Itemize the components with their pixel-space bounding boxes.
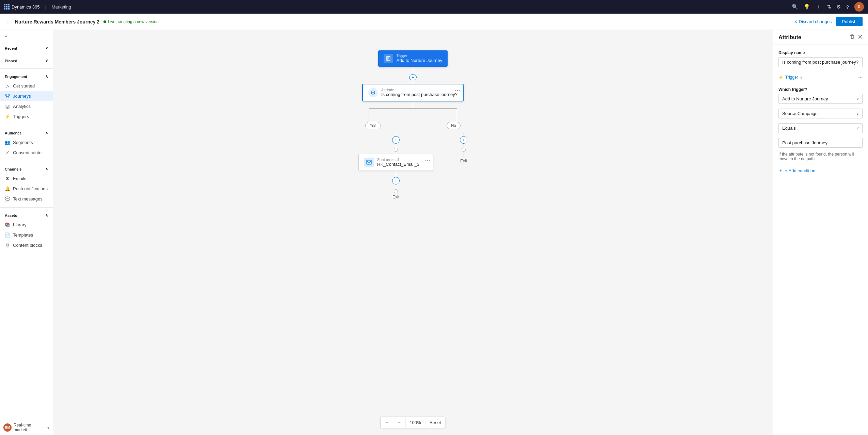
sidebar-item-templates[interactable]: 📄 Templates bbox=[0, 230, 53, 240]
zoom-value: 100% bbox=[405, 417, 425, 428]
panel-header: Attribute bbox=[773, 30, 868, 45]
add-node-button-yes-bottom[interactable]: + bbox=[392, 177, 400, 184]
equals-dropdown[interactable]: Equals ∨ bbox=[778, 123, 863, 133]
topbar-separator: | bbox=[45, 4, 46, 10]
yes-connector-mid bbox=[396, 144, 396, 148]
sidebar-item-content-blocks[interactable]: ⧉ Content blocks bbox=[0, 240, 53, 250]
search-icon[interactable]: 🔍 bbox=[792, 4, 798, 10]
equals-text: Equals bbox=[782, 126, 796, 131]
sidebar-pinned-header[interactable]: Pinned ∨ bbox=[0, 57, 53, 65]
back-button[interactable]: ← bbox=[5, 19, 11, 25]
zoom-reset-button[interactable]: Reset bbox=[425, 417, 445, 428]
zoom-in-button[interactable]: + bbox=[393, 417, 405, 428]
display-name-input[interactable] bbox=[778, 57, 863, 67]
filter-icon[interactable]: ⚗ bbox=[826, 4, 831, 10]
recent-label: Recent bbox=[5, 46, 17, 50]
panel-body: Display name ⚡ Trigger ∨ ⋯ Which trigger… bbox=[773, 45, 868, 180]
app-name: Dynamics 365 bbox=[12, 4, 39, 10]
journey-flow: Trigger Add to Nurture Journey + bbox=[348, 50, 478, 199]
journeys-label: Journeys bbox=[13, 94, 31, 99]
sidebar-item-journeys[interactable]: Journeys bbox=[0, 91, 53, 101]
trigger-badge-icon: ⚡ bbox=[778, 75, 784, 80]
add-node-button-no[interactable]: + bbox=[460, 136, 467, 144]
no-connector-top bbox=[464, 132, 464, 135]
sidebar-channels-header[interactable]: Channels ∧ bbox=[0, 165, 53, 173]
push-notifications-icon: 🔔 bbox=[5, 186, 10, 191]
add-icon[interactable]: ＋ bbox=[816, 3, 821, 11]
sidebar-engagement-header[interactable]: Engagement ∧ bbox=[0, 72, 53, 81]
add-condition-plus-icon: ＋ bbox=[778, 167, 783, 174]
lightbulb-icon[interactable]: 💡 bbox=[804, 4, 810, 10]
sidebar-footer[interactable]: RM Real-time marketi... ∨ bbox=[0, 420, 53, 435]
user-avatar[interactable]: R bbox=[854, 2, 864, 12]
trigger-badge[interactable]: ⚡ Trigger ∨ bbox=[778, 74, 802, 81]
content-blocks-icon: ⧉ bbox=[5, 242, 10, 248]
no-exit-line bbox=[464, 152, 464, 157]
sidebar-divider-3 bbox=[0, 161, 53, 161]
sidebar-item-triggers[interactable]: ⚡ Triggers bbox=[0, 111, 53, 122]
sidebar-engagement-section: Engagement ∧ ▷ Get started Journeys 📊 An… bbox=[0, 70, 53, 124]
yes-exit-line-bot bbox=[396, 185, 396, 189]
emails-label: Emails bbox=[13, 176, 26, 181]
add-condition-button[interactable]: ＋ + Add condition bbox=[778, 166, 863, 175]
hint-text: If the attribute is not found, the perso… bbox=[778, 152, 863, 161]
email-node-more-button[interactable]: ⋯ bbox=[425, 157, 430, 163]
subheader: ← Nurture Rewards Members Journey 2 Live… bbox=[0, 14, 868, 30]
publish-button[interactable]: Publish bbox=[836, 17, 863, 26]
panel-trigger-more-button[interactable]: ⋯ bbox=[858, 75, 863, 80]
live-dot-icon bbox=[103, 20, 106, 23]
sidebar-assets-header[interactable]: Assets ∧ bbox=[0, 211, 53, 220]
add-node-button-yes[interactable]: + bbox=[392, 136, 400, 144]
audience-chevron-icon: ∧ bbox=[45, 131, 48, 135]
source-campaign-dropdown[interactable]: Source Campaign ∨ bbox=[778, 109, 863, 118]
sidebar-item-segments[interactable]: 👥 Segments bbox=[0, 137, 53, 147]
panel-close-button[interactable] bbox=[858, 34, 863, 40]
no-branch-label: No bbox=[447, 122, 461, 129]
sidebar-item-push-notifications[interactable]: 🔔 Push notifications bbox=[0, 183, 53, 194]
sidebar-item-emails[interactable]: ✉ Emails bbox=[0, 173, 53, 183]
trigger-value-dropdown[interactable]: Add to Nurture Journey ∨ bbox=[778, 94, 863, 104]
which-trigger-label: Which trigger? bbox=[778, 87, 863, 92]
segments-icon: 👥 bbox=[5, 140, 10, 145]
consent-center-icon: ✓ bbox=[5, 150, 10, 155]
sidebar-item-consent-center[interactable]: ✓ Consent center bbox=[0, 147, 53, 158]
panel-delete-button[interactable] bbox=[850, 34, 855, 41]
post-purchase-input[interactable] bbox=[778, 138, 863, 148]
settings-icon[interactable]: ⚙ bbox=[836, 4, 841, 10]
branch-area: Yes No + bbox=[348, 101, 478, 199]
sidebar-audience-header[interactable]: Audience ∧ bbox=[0, 129, 53, 137]
hamburger-menu-button[interactable]: ≡ bbox=[0, 30, 53, 42]
email-node-text: Send an email HK_Contact_Email_3 bbox=[377, 158, 419, 167]
source-campaign-text: Source Campaign bbox=[782, 111, 818, 116]
branch-labels-row: Yes No bbox=[348, 122, 478, 129]
text-messages-label: Text messages bbox=[13, 196, 43, 202]
add-node-button-1[interactable]: + bbox=[409, 74, 417, 80]
trigger-node[interactable]: Trigger Add to Nurture Journey bbox=[378, 50, 448, 67]
sidebar-item-get-started[interactable]: ▷ Get started bbox=[0, 81, 53, 91]
channels-chevron-icon: ∧ bbox=[45, 167, 48, 171]
sidebar-recent-header[interactable]: Recent ∨ bbox=[0, 44, 53, 52]
sidebar-item-library[interactable]: 📚 Library bbox=[0, 220, 53, 230]
branch-center-line bbox=[413, 101, 413, 108]
app-logo[interactable]: Dynamics 365 bbox=[4, 4, 39, 10]
grid-icon bbox=[4, 4, 9, 10]
consent-center-label: Consent center bbox=[13, 150, 43, 155]
yes-connector-top bbox=[396, 132, 396, 135]
no-connector-mid bbox=[464, 144, 464, 148]
library-label: Library bbox=[13, 222, 27, 227]
email-node[interactable]: Send an email HK_Contact_Email_3 ⋯ bbox=[358, 154, 433, 171]
help-icon[interactable]: ? bbox=[846, 4, 849, 10]
discard-changes-button[interactable]: ✕ Discard changes bbox=[794, 19, 832, 24]
attribute-node[interactable]: Attribute Is coming from post purchase j… bbox=[362, 84, 464, 101]
journey-title: Nurture Rewards Members Journey 2 bbox=[15, 19, 99, 25]
pinned-chevron-icon: ∨ bbox=[45, 59, 48, 63]
topbar: Dynamics 365 | Marketing 🔍 💡 ＋ ⚗ ⚙ ? R bbox=[0, 0, 868, 14]
sidebar-item-analytics[interactable]: 📊 Analytics bbox=[0, 101, 53, 111]
which-trigger-field-group: Which trigger? Add to Nurture Journey ∨ … bbox=[778, 87, 863, 161]
attribute-node-more-button[interactable]: ⋯ bbox=[455, 87, 460, 94]
sidebar-item-text-messages[interactable]: 💬 Text messages bbox=[0, 194, 53, 204]
zoom-out-button[interactable]: − bbox=[381, 417, 393, 428]
trigger-section-row: ⚡ Trigger ∨ ⋯ bbox=[778, 72, 863, 82]
display-name-field-group: Display name bbox=[778, 50, 863, 67]
branch-h-line bbox=[369, 108, 457, 109]
